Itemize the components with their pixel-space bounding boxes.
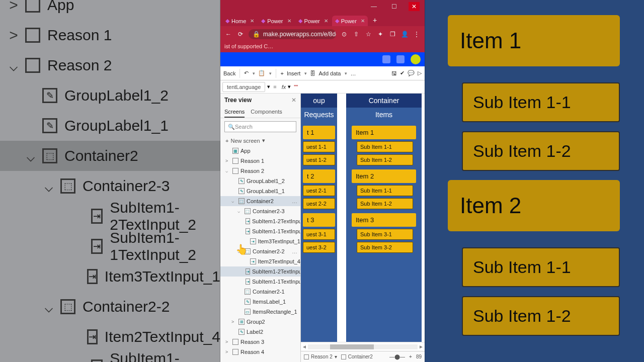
fx-icon[interactable]: fx [280,84,288,90]
canvas-request-cell[interactable]: uest 1-2 [303,154,335,165]
canvas-sub-item[interactable]: Sub Item 1-2 [357,154,413,165]
zoom-canvas-item: Sub Item 1-1 [462,82,620,122]
tree-node[interactable]: ⇥SubItem1-2TextInput_1… [220,266,300,277]
canvas-request-cell[interactable]: t 3 [303,213,335,227]
canvas-sub-item[interactable]: Sub Item 1-2 [357,198,413,209]
add-data-button[interactable]: Add data [318,70,341,76]
status-screen[interactable]: Reason 2 ▾ [304,354,337,359]
tree-node[interactable]: >Reason 1 [220,156,300,166]
undo-icon[interactable]: ↶ [244,70,249,76]
canvas-request-cell[interactable]: uest 3-2 [303,242,335,253]
comment-icon[interactable]: 💬 [408,70,415,76]
property-dropdown[interactable]: tentLanguage [222,82,265,92]
url-field[interactable]: 🔒 make.powerapps.com/e/8dd76046-cbcb-4bc… [249,29,336,39]
close-icon[interactable]: ✕ [287,18,291,24]
header-action-2[interactable] [396,55,405,63]
new-screen-button[interactable]: + New screen ▾ [220,135,300,146]
canvas-container-column[interactable]: Container Items Item 1Sub Item 1-1Sub It… [346,94,422,342]
bookmark-item[interactable]: ist of supported C… [224,43,273,49]
more-icon[interactable]: … [292,248,297,254]
canvas-group-column[interactable]: oup Requests t 1uest 1-1uest 1-2t 2uest … [301,94,337,342]
tree-node[interactable]: ⇥Item3TextInput_1 [220,236,300,246]
formula-value[interactable]: "" [291,84,301,90]
canvas-sub-item[interactable]: Sub Item 3-1 [357,229,413,240]
close-icon[interactable]: ✕ [250,18,254,24]
zoom-slider[interactable]: —⬤— [389,354,405,359]
canvas-item-head[interactable]: Item 2 [352,169,416,183]
zoom-plus-icon[interactable]: + [409,354,412,359]
canvas-request-cell[interactable]: uest 1-1 [303,141,335,152]
play-icon[interactable]: ▷ [418,70,422,76]
tree-node[interactable]: ▦App [220,146,300,156]
share-icon[interactable]: ⇧ [352,31,360,38]
nav-back-icon[interactable]: ← [224,31,232,38]
canvas-request-cell[interactable]: uest 3-1 [303,229,335,240]
extensions-icon[interactable]: ✦ [376,31,384,38]
browser-tab[interactable]: ◆Power✕ [332,16,368,26]
tree-node[interactable]: ✎ItemsLabel_1 [220,297,300,307]
window-icon[interactable]: ❐ [388,31,396,38]
check-icon[interactable]: ✔ [400,70,405,76]
close-icon[interactable]: ✕ [361,18,365,24]
canvas-sub-item[interactable]: Sub Item 1-1 [357,141,413,152]
tree-node[interactable]: ⇥Item2TextInput_4 [220,256,300,266]
tree-node[interactable]: >Reason 4 [220,347,300,357]
browser-tab[interactable]: ◆Power✕ [258,16,294,26]
more-button[interactable]: … [350,70,356,76]
canvas-sub-item[interactable]: Sub Item 3-2 [357,242,413,253]
bookmark-icon[interactable]: ☆ [364,31,372,38]
canvas-item-head[interactable]: Item 3 [352,213,416,227]
tree-node[interactable]: ⌵⬚Container2… [220,196,300,206]
tree-node[interactable]: ✎GroupLabel1_2 [220,176,300,186]
more-icon[interactable]: … [292,198,297,204]
profile-icon[interactable]: 👤 [400,31,409,38]
more-icon[interactable]: … [292,268,297,275]
zoom-tree-row: ⌵Reason 2 [0,50,220,80]
tree-node[interactable]: ⌵Reason 2 [220,166,300,176]
canvas-sub-item[interactable]: Sub Item 1-1 [357,185,413,196]
header-action-1[interactable] [382,55,390,63]
zoom-tree-row: ⌵⬚Container2 [0,141,220,171]
save-icon[interactable]: 🖫 [391,70,397,76]
tree-node[interactable]: ✎GroupLabel1_1 [220,186,300,196]
plus-icon: + [225,138,228,144]
tab-components[interactable]: Components [251,107,282,118]
horizontal-scrollbar[interactable]: ◄► [301,342,425,351]
tree-node[interactable]: ⇥SubItem1-1TextInput_2 [220,226,300,236]
tree-node[interactable]: ⇥SubItem1-1TextInput_1 [220,277,300,287]
canvas-item-head[interactable]: Item 1 [352,126,416,139]
search-icon[interactable]: ⊙ [340,31,348,38]
close-icon[interactable]: ✕ [324,18,328,24]
tree-node[interactable]: ⬚Container2-1 [220,287,300,297]
close-icon[interactable]: ✕ [409,2,420,11]
browser-tab[interactable]: ◆Power✕ [295,16,331,26]
tree-node[interactable]: >⊞Group2 [220,317,300,327]
menu-icon[interactable]: ⋮ [413,31,421,38]
group-header: oup [301,94,337,108]
canvas-request-cell[interactable]: t 1 [303,126,335,139]
browser-tab[interactable]: ◆Home✕ [222,16,257,26]
back-button[interactable]: Back [223,70,235,76]
new-tab-button[interactable]: + [369,14,381,26]
canvas-request-cell[interactable]: uest 2-2 [303,198,335,209]
canvas-request-cell[interactable]: uest 2-1 [303,185,335,196]
insert-button[interactable]: Insert [287,70,301,76]
close-icon[interactable]: ✕ [291,97,296,104]
tree-node[interactable]: ✎Label2 [220,327,300,337]
canvas-request-cell[interactable]: t 2 [303,169,335,183]
tree-node[interactable]: ⌵⬚Container2-2… [220,246,300,256]
avatar[interactable] [411,54,421,64]
insert-plus-icon[interactable]: + [280,70,283,76]
reload-icon[interactable]: ⟳ [236,31,245,38]
data-icon: 🗄 [310,70,315,76]
paste-icon[interactable]: 📋 [258,70,265,76]
minimize-icon[interactable]: — [368,3,379,10]
tree-node[interactable]: >Reason 3 [220,337,300,347]
tree-node[interactable]: ▭ItemsRectangle_1 [220,307,300,317]
tree-node[interactable]: ⇥SubItem1-2TextInput_2 [220,216,300,226]
search-input[interactable]: 🔍 Search [224,121,296,132]
tab-screens[interactable]: Screens [224,107,245,118]
tree-node[interactable]: ⌵⬚Container2-3 [220,206,300,216]
maximize-icon[interactable]: ☐ [388,3,399,10]
status-control[interactable]: Container2 [341,354,373,359]
